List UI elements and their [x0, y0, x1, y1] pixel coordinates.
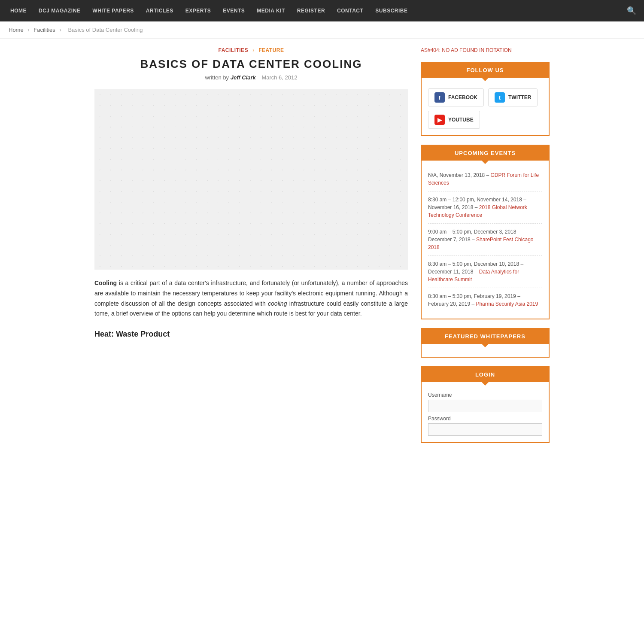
sidebar-ad: AS#404: NO AD FOUND IN ROTATION — [421, 47, 550, 53]
main-content: FACILITIES › FEATURE BASICS OF DATA CENT… — [94, 47, 408, 452]
follow-us-section: FOLLOW US f FACEBOOK t TWITTER ▶ YOUTUBE — [421, 62, 550, 136]
bold-cooling: Cooling — [94, 279, 117, 286]
nav-item-subscribe[interactable]: SUBSCRIBE — [369, 0, 413, 21]
nav-link-register[interactable]: REGISTER — [291, 0, 331, 21]
nav-link-subscribe[interactable]: SUBSCRIBE — [369, 0, 413, 21]
nav-link-articles[interactable]: ARTICLES — [140, 0, 179, 21]
nav-item-experts[interactable]: EXPERTS — [179, 0, 217, 21]
ad-link[interactable]: AS#404: NO AD FOUND IN ROTATION — [421, 47, 512, 53]
social-buttons: f FACEBOOK t TWITTER ▶ YOUTUBE — [428, 88, 542, 129]
category-facilities[interactable]: FACILITIES — [219, 47, 249, 53]
article-categories: FACILITIES › FEATURE — [94, 47, 408, 53]
youtube-button[interactable]: ▶ YOUTUBE — [428, 111, 480, 129]
breadcrumb-sep1: › — [27, 27, 31, 33]
password-input[interactable] — [428, 423, 542, 436]
nav-list: HOME DCJ MAGAZINE WHITE PAPERS ARTICLES … — [4, 0, 414, 21]
login-section: LOGIN Username Password — [421, 366, 550, 443]
article-meta: FACILITIES › FEATURE BASICS OF DATA CENT… — [94, 47, 408, 81]
article-paragraph-1: Cooling is a critical part of a data cen… — [94, 278, 408, 319]
featured-whitepapers-section: FEATURED WHITEPAPERS — [421, 328, 550, 358]
main-nav: HOME DCJ MAGAZINE WHITE PAPERS ARTICLES … — [0, 0, 644, 21]
category-feature[interactable]: FEATURE — [258, 47, 284, 53]
article-author: Jeff Clark — [231, 74, 256, 81]
upcoming-events-section: UPCOMING EVENTS N/A, November 13, 2018 –… — [421, 145, 550, 319]
category-divider: › — [252, 47, 254, 53]
login-header: LOGIN — [422, 367, 549, 382]
sidebar: AS#404: NO AD FOUND IN ROTATION FOLLOW U… — [421, 47, 550, 452]
nav-link-contact[interactable]: CONTACT — [331, 0, 369, 21]
follow-us-header: FOLLOW US — [422, 63, 549, 78]
nav-item-register[interactable]: REGISTER — [291, 0, 331, 21]
nav-item-events[interactable]: EVENTS — [217, 0, 251, 21]
nav-link-home[interactable]: HOME — [4, 0, 33, 21]
nav-link-experts[interactable]: EXPERTS — [179, 0, 217, 21]
username-label: Username — [428, 392, 542, 398]
nav-item-whitepapers[interactable]: WHITE PAPERS — [86, 0, 140, 21]
nav-link-mediakit[interactable]: MEDIA KIT — [251, 0, 291, 21]
italic-cooling: cooling — [268, 300, 287, 307]
article-image — [94, 89, 408, 270]
login-form: Username Password — [422, 382, 549, 442]
event-item-3: 9:00 am – 5:00 pm, December 3, 2018 – De… — [428, 224, 542, 256]
breadcrumb-sep2: › — [59, 27, 63, 33]
password-label: Password — [428, 416, 542, 422]
event-item-5: 8:30 am – 5:30 pm, February 19, 2019 – F… — [428, 288, 542, 312]
facebook-icon: f — [434, 92, 445, 103]
article-byline: written by Jeff Clark March 6, 2012 — [94, 74, 408, 81]
article-date: March 6, 2012 — [261, 74, 297, 81]
event-item-1: N/A, November 13, 2018 – GDPR Forum for … — [428, 167, 542, 191]
nav-link-whitepapers[interactable]: WHITE PAPERS — [86, 0, 140, 21]
article-subheading: Heat: Waste Product — [94, 328, 408, 341]
nav-item-mediakit[interactable]: MEDIA KIT — [251, 0, 291, 21]
nav-link-dcj[interactable]: DCJ MAGAZINE — [33, 0, 86, 21]
nav-item-dcj[interactable]: DCJ MAGAZINE — [33, 0, 86, 21]
twitter-button[interactable]: t TWITTER — [488, 88, 538, 106]
search-icon[interactable]: 🔍 — [623, 6, 640, 15]
featured-whitepapers-heading: FEATURED WHITEPAPERS — [445, 333, 526, 340]
breadcrumb: Home › Facilities › Basics of Data Cente… — [0, 21, 644, 39]
breadcrumb-home[interactable]: Home — [9, 27, 24, 33]
upcoming-events-body: N/A, November 13, 2018 – GDPR Forum for … — [422, 161, 549, 319]
upcoming-events-header: UPCOMING EVENTS — [422, 146, 549, 161]
breadcrumb-facilities[interactable]: Facilities — [33, 27, 55, 33]
upcoming-events-heading: UPCOMING EVENTS — [455, 150, 516, 156]
event-item-2: 8:30 am – 12:00 pm, November 14, 2018 – … — [428, 191, 542, 224]
facebook-label: FACEBOOK — [448, 94, 477, 100]
follow-us-heading: FOLLOW US — [467, 67, 504, 73]
login-heading: LOGIN — [475, 371, 495, 378]
youtube-icon: ▶ — [434, 115, 445, 125]
page-wrapper: FACILITIES › FEATURE BASICS OF DATA CENT… — [86, 39, 558, 460]
article-body: Cooling is a critical part of a data cen… — [94, 278, 408, 341]
nav-item-home[interactable]: HOME — [4, 0, 33, 21]
breadcrumb-current: Basics of Data Center Cooling — [68, 27, 143, 33]
event-1-time: N/A, November 13, 2018 – — [428, 172, 489, 178]
username-input[interactable] — [428, 400, 542, 412]
facebook-button[interactable]: f FACEBOOK — [428, 88, 484, 106]
article-title: BASICS OF DATA CENTER COOLING — [94, 58, 408, 71]
nav-item-contact[interactable]: CONTACT — [331, 0, 369, 21]
nav-item-articles[interactable]: ARTICLES — [140, 0, 179, 21]
youtube-label: YOUTUBE — [448, 117, 474, 123]
nav-link-events[interactable]: EVENTS — [217, 0, 251, 21]
follow-us-body: f FACEBOOK t TWITTER ▶ YOUTUBE — [422, 78, 549, 135]
featured-whitepapers-header: FEATURED WHITEPAPERS — [422, 329, 549, 344]
twitter-icon: t — [495, 92, 505, 103]
written-by-label: written by — [205, 74, 229, 81]
event-item-4: 8:30 am – 5:00 pm, December 10, 2018 – D… — [428, 256, 542, 288]
event-5-link[interactable]: Pharma Security Asia 2019 — [476, 301, 538, 307]
twitter-label: TWITTER — [508, 94, 531, 100]
dot-pattern-bg — [94, 89, 408, 270]
